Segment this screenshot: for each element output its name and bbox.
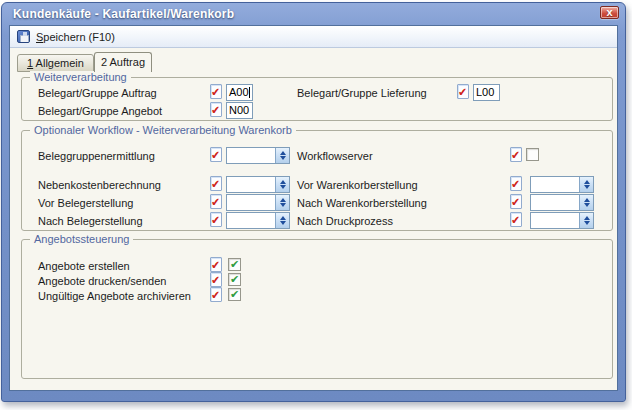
window-body: Speichern (F10) 1 Allgemein 2 Auftrag We…	[9, 25, 618, 391]
doc-check-icon[interactable]: ✔	[457, 84, 469, 99]
group-workflow: Optionaler Workflow - Weiterverarbeitung…	[21, 130, 613, 231]
combo-vor-belegerstellung[interactable]	[226, 194, 290, 211]
label-nach-belegerstellung: Nach Belegerstellung	[38, 215, 143, 228]
close-button[interactable]: x	[600, 6, 619, 19]
doc-check-icon[interactable]: ✔	[510, 147, 522, 162]
doc-check-icon[interactable]: ✔	[210, 84, 222, 99]
input-belegart-auftrag-value: A00	[229, 86, 249, 98]
label-vor-warenkorberstellung: Vor Warenkorberstellung	[297, 179, 418, 192]
spinner-button[interactable]	[579, 213, 593, 228]
spin-down-icon	[584, 185, 590, 189]
label-belegart-angebot: Belegart/Gruppe Angebot	[38, 105, 162, 118]
spin-up-icon	[280, 216, 286, 220]
spinner-button[interactable]	[275, 213, 289, 228]
spin-down-icon	[280, 156, 286, 160]
spin-down-icon	[280, 203, 286, 207]
combo-vor-warenkorberstellung[interactable]	[530, 176, 594, 193]
doc-check-icon[interactable]: ✔	[510, 176, 522, 191]
spin-up-icon	[584, 216, 590, 220]
doc-check-icon[interactable]: ✔	[510, 194, 522, 209]
label-nebenkostenberechnung: Nebenkostenberechnung	[38, 179, 161, 192]
label-belegart-lieferung: Belegart/Gruppe Lieferung	[297, 87, 427, 100]
group-workflow-title: Optionaler Workflow - Weiterverarbeitung…	[30, 124, 296, 136]
checkbox-angebote-drucken[interactable]: ✔	[228, 273, 241, 286]
red-check-glyph: ✔	[211, 259, 221, 272]
red-check-glyph: ✔	[511, 214, 521, 227]
red-check-glyph: ✔	[211, 214, 221, 227]
text-caret	[249, 87, 250, 98]
doc-check-icon[interactable]: ✔	[210, 272, 222, 287]
app-window: Kundenkäufe - Kaufartikel/Warenkorb x Sp…	[1, 2, 626, 402]
window-title: Kundenkäufe - Kaufartikel/Warenkorb	[13, 7, 234, 21]
save-label: Speichern (F10)	[36, 31, 115, 43]
doc-check-icon[interactable]: ✔	[210, 287, 222, 302]
red-check-glyph: ✔	[511, 149, 521, 162]
tab-allgemein[interactable]: 1 Allgemein	[17, 54, 94, 72]
spin-down-icon	[280, 185, 286, 189]
label-beleggruppenermittlung: Beleggruppenermittlung	[38, 150, 155, 163]
combo-beleggruppenermittlung[interactable]	[226, 147, 290, 164]
combo-nach-druckprozess[interactable]	[530, 212, 594, 229]
green-check-icon: ✔	[229, 289, 240, 300]
combo-nach-belegerstellung[interactable]	[226, 212, 290, 229]
doc-check-icon[interactable]: ✔	[510, 212, 522, 227]
checkbox-angebote-archivieren[interactable]: ✔	[228, 288, 241, 301]
spinner-button[interactable]	[275, 177, 289, 192]
label-nach-warenkorberstellung: Nach Warenkorberstellung	[297, 197, 427, 210]
input-belegart-angebot-value: N00	[229, 104, 249, 116]
red-check-glyph: ✔	[211, 149, 221, 162]
spinner-button[interactable]	[579, 195, 593, 210]
red-check-glyph: ✔	[211, 178, 221, 191]
red-check-glyph: ✔	[211, 196, 221, 209]
red-check-glyph: ✔	[458, 86, 468, 99]
input-belegart-lieferung[interactable]: L00	[473, 84, 500, 101]
doc-check-icon[interactable]: ✔	[210, 147, 222, 162]
doc-check-icon[interactable]: ✔	[210, 176, 222, 191]
group-angebotssteuerung: Angebotssteuerung Angebote erstellen ✔ ✔…	[21, 239, 613, 379]
spin-down-icon	[280, 221, 286, 225]
spinner-button[interactable]	[275, 148, 289, 163]
spin-down-icon	[584, 203, 590, 207]
red-check-glyph: ✔	[211, 274, 221, 287]
spin-down-icon	[584, 221, 590, 225]
spin-up-icon	[584, 180, 590, 184]
doc-check-icon[interactable]: ✔	[210, 102, 222, 117]
combo-nebenkostenberechnung[interactable]	[226, 176, 290, 193]
title-bar[interactable]: Kundenkäufe - Kaufartikel/Warenkorb x	[2, 3, 625, 25]
tab-auftrag-label: 2 Auftrag	[101, 56, 145, 68]
input-belegart-lieferung-value: L00	[476, 86, 494, 98]
tab-auftrag[interactable]: 2 Auftrag	[94, 52, 152, 72]
close-icon: x	[601, 7, 618, 17]
save-label-rest: peichern (F10)	[43, 31, 115, 43]
checkbox-workflowserver[interactable]	[526, 148, 539, 161]
input-belegart-angebot[interactable]: N00	[226, 102, 253, 119]
group-weiterverarbeitung: Weiterverarbeitung Belegart/Gruppe Auftr…	[21, 77, 613, 121]
spin-up-icon	[280, 151, 286, 155]
input-belegart-auftrag[interactable]: A00	[226, 84, 253, 101]
spin-up-icon	[280, 180, 286, 184]
red-check-glyph: ✔	[511, 178, 521, 191]
checkbox-angebote-erstellen[interactable]: ✔	[228, 258, 241, 271]
label-vor-belegerstellung: Vor Belegerstellung	[38, 197, 133, 210]
red-check-glyph: ✔	[511, 196, 521, 209]
save-button[interactable]: Speichern (F10)	[13, 27, 121, 46]
doc-check-icon[interactable]: ✔	[210, 212, 222, 227]
save-icon	[17, 30, 30, 43]
doc-check-icon[interactable]: ✔	[210, 194, 222, 209]
green-check-icon: ✔	[229, 274, 240, 285]
label-angebote-erstellen: Angebote erstellen	[38, 260, 130, 273]
doc-check-icon[interactable]: ✔	[210, 257, 222, 272]
tab-allgemein-label: Allgemein	[33, 57, 84, 69]
label-angebote-archivieren: Ungültige Angebote archivieren	[38, 290, 191, 303]
group-weiterverarbeitung-title: Weiterverarbeitung	[30, 71, 131, 83]
label-nach-druckprozess: Nach Druckprozess	[297, 215, 393, 228]
red-check-glyph: ✔	[211, 289, 221, 302]
combo-nach-warenkorberstellung[interactable]	[530, 194, 594, 211]
spinner-button[interactable]	[275, 195, 289, 210]
green-check-icon: ✔	[229, 259, 240, 270]
red-check-glyph: ✔	[211, 104, 221, 117]
spinner-button[interactable]	[579, 177, 593, 192]
label-workflowserver: Workflowserver	[297, 150, 373, 163]
spin-up-icon	[280, 198, 286, 202]
red-check-glyph: ✔	[211, 86, 221, 99]
